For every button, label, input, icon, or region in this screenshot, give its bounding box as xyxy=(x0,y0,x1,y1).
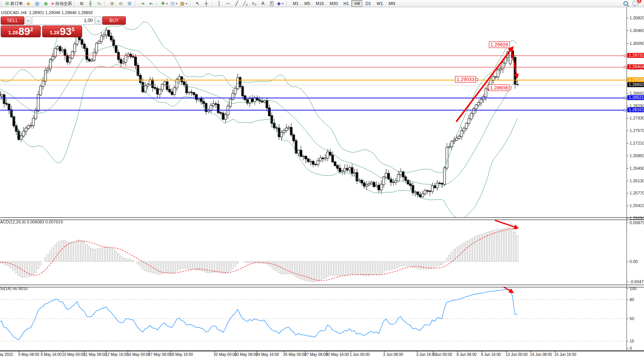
line-chart-button[interactable]: ∿ xyxy=(95,0,103,7)
indicators-button[interactable]: ✚▼ xyxy=(160,0,169,7)
zoom-in-button[interactable]: ⊕ xyxy=(108,0,116,7)
tf-m30[interactable]: M30 xyxy=(326,0,340,7)
axis-tick-mark xyxy=(627,131,628,131)
time-tick-label: 16 May 00:00 xyxy=(127,352,150,357)
new-order-button[interactable]: ⊞新订单 xyxy=(4,0,24,7)
vertical-line-button[interactable]: │ xyxy=(215,0,224,7)
axis-tick-mark xyxy=(627,348,628,349)
autotrading-button[interactable]: ●自动交易 xyxy=(50,0,73,7)
callout-drag-handle[interactable] xyxy=(509,87,511,89)
tf-m15[interactable]: M15 xyxy=(312,0,326,7)
horizontal-line-button[interactable]: ─ xyxy=(224,0,232,7)
buy-price-pip: 5 xyxy=(71,26,75,32)
auto-scroll-icon: ⇥ xyxy=(141,1,144,6)
publish-chart-button[interactable]: ▦ xyxy=(33,0,41,7)
buy-price-big: 93 xyxy=(60,27,71,37)
sell-button[interactable]: SELL xyxy=(1,16,24,25)
time-tick-label: 18 May 16:00 xyxy=(170,352,193,357)
text-label-callout[interactable]: 1.28608 xyxy=(489,84,509,91)
volume-up-button[interactable]: ▲ xyxy=(95,16,102,25)
candlestick-chart-button[interactable]: ╫ xyxy=(86,0,95,7)
tile-windows-button[interactable]: ⊞ xyxy=(125,0,134,7)
time-tick-label: 30 May 16:00 xyxy=(326,352,349,357)
price-tick-label: 1.26850 xyxy=(630,153,644,158)
tf-h4[interactable]: H4 xyxy=(351,0,362,7)
macd-axis-label: 0.00 xyxy=(630,259,638,264)
price-tick-label: 1.25410 xyxy=(630,203,644,208)
pane-separator-macd[interactable] xyxy=(0,217,644,220)
crosshair-button[interactable]: ┼ xyxy=(202,0,211,7)
bar-chart-button[interactable]: ≣ xyxy=(77,0,86,7)
pane-separator-rsi[interactable] xyxy=(0,285,644,287)
notification-badge: 1 xyxy=(637,0,641,3)
chart-shift-button[interactable]: ⇤ xyxy=(147,0,155,7)
time-tick-label: 9 Jun 16:00 xyxy=(481,352,501,357)
tf-h4-label: H4 xyxy=(355,1,360,6)
notifications-button[interactable]: 1 xyxy=(633,1,639,6)
buy-price-prefix: 1.28 xyxy=(50,30,59,35)
price-tick-label: 1.30090 xyxy=(630,41,644,46)
callout-drag-handle[interactable] xyxy=(475,78,478,81)
volume-down-button[interactable]: ▼ xyxy=(25,16,31,25)
trendline-icon: ╱ xyxy=(235,1,238,6)
sell-price-big: 89 xyxy=(18,27,30,37)
tf-m5[interactable]: M5 xyxy=(301,0,312,7)
tf-m1-label: M1 xyxy=(293,1,298,6)
volume-input[interactable] xyxy=(32,16,95,25)
search-icon[interactable] xyxy=(623,1,628,6)
text-label-callout[interactable]: 1.29033 xyxy=(455,76,476,83)
channel-icon: ╱ xyxy=(243,1,246,6)
tf-d1[interactable]: D1 xyxy=(362,0,373,7)
time-axis[interactable]: 4 May 20225 May 08:006 May 16:0010 May 0… xyxy=(0,351,644,357)
auto-scroll-button[interactable]: ⇥ xyxy=(138,0,147,7)
buy-price-display[interactable]: 1.28 93 5 xyxy=(42,26,82,37)
buy-button[interactable]: BUY xyxy=(102,16,126,25)
tf-h1-label: H1 xyxy=(344,1,349,6)
fibonacci-button-letter: F xyxy=(255,3,256,6)
tf-w1[interactable]: W1 xyxy=(373,0,385,7)
axis-tick-mark xyxy=(627,282,628,282)
signals-button[interactable]: ◉ xyxy=(41,0,50,7)
axis-tick-mark xyxy=(627,30,628,31)
tf-mn[interactable]: MN xyxy=(385,0,397,7)
channel-button[interactable]: ╱E xyxy=(241,0,250,7)
time-tick-label: 14 Jun 08:00 xyxy=(530,352,552,357)
time-tick-label: 6 May 16:00 xyxy=(41,352,62,357)
zoom-out-button[interactable]: ⊖ xyxy=(116,0,125,7)
chevron-down-icon: ▼ xyxy=(281,2,284,5)
fibonacci-button[interactable]: ≡F xyxy=(250,0,259,7)
axis-tick-mark xyxy=(627,106,628,106)
sell-price-display[interactable]: 1.28 89 2 xyxy=(1,26,41,37)
crosshair-icon: ┼ xyxy=(205,1,208,6)
tf-mn-label: MN xyxy=(389,1,395,6)
macd-axis-label: -0.004725 xyxy=(630,279,644,284)
chart-canvas[interactable] xyxy=(0,0,644,357)
axis-tick-mark xyxy=(627,193,628,193)
one-click-trading-widget: SELL ▼ ▲ BUY 1.28 89 2 1.28 93 5 xyxy=(1,16,82,37)
price-axis[interactable]: 1.308201.304601.300901.293701.286501.282… xyxy=(627,7,644,351)
horizontal-line-icon: ─ xyxy=(226,1,230,6)
main-toolbar: ⊞新订单◆▦◉●自动交易≣╫∿⊕⊖⊞⇥⇤✚▼◷▼▦▼↖┼│─╱╱E≡FAT◆▼M… xyxy=(0,0,644,7)
crayon-button[interactable]: ◆ xyxy=(24,0,33,7)
axis-tick-mark xyxy=(627,168,628,169)
toolbar-group-cursor-tools: ↖┼ xyxy=(189,0,211,7)
text-label-button[interactable]: T xyxy=(267,0,276,7)
text-button[interactable]: A xyxy=(259,0,267,7)
periods-button[interactable]: ◷▼ xyxy=(169,0,179,7)
arrows-button[interactable]: ◆▼ xyxy=(276,0,285,7)
triangle-down-icon: ▼ xyxy=(27,19,30,22)
price-line-label-1.29033: 1.29033 xyxy=(627,77,644,82)
cursor-icon: ↖ xyxy=(195,1,199,6)
axis-tick-mark xyxy=(627,261,628,262)
fibonacci-icon: ≡ xyxy=(252,1,254,6)
price-tick-label: 1.27570 xyxy=(630,128,644,133)
tf-m1[interactable]: M1 xyxy=(289,0,301,7)
trendline-button[interactable]: ╱ xyxy=(232,0,241,7)
templates-button[interactable]: ▦▼ xyxy=(179,0,189,7)
cursor-button[interactable]: ↖ xyxy=(193,0,202,7)
tf-m30-label: M30 xyxy=(330,1,338,6)
text-label-callout[interactable]: 1.29928 xyxy=(489,41,510,48)
tf-m5-label: M5 xyxy=(304,1,310,6)
sell-price-pip: 2 xyxy=(30,26,33,32)
tf-h1[interactable]: H1 xyxy=(340,0,351,7)
